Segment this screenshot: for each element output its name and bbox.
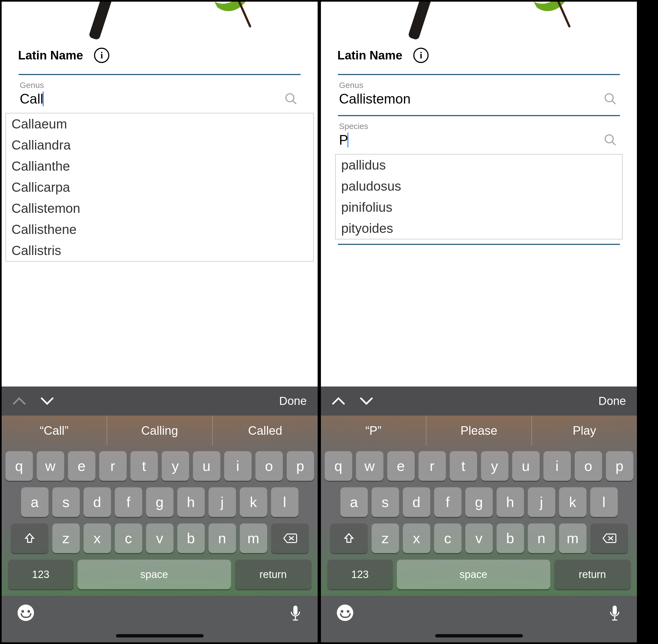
- key-v[interactable]: v: [466, 524, 493, 553]
- key-w[interactable]: w: [37, 451, 64, 481]
- backspace-key[interactable]: [590, 524, 628, 553]
- dropdown-item[interactable]: Callisthene: [6, 219, 313, 240]
- return-key[interactable]: return: [554, 560, 631, 589]
- return-key[interactable]: return: [235, 560, 312, 589]
- key-g[interactable]: g: [146, 487, 174, 517]
- info-icon[interactable]: i: [413, 48, 429, 63]
- key-i[interactable]: i: [224, 451, 252, 481]
- key-r[interactable]: r: [418, 451, 446, 481]
- key-u[interactable]: u: [193, 451, 220, 481]
- key-d[interactable]: d: [403, 487, 430, 517]
- backspace-key[interactable]: [271, 524, 309, 553]
- dropdown-item[interactable]: Callianthe: [6, 156, 313, 177]
- key-z[interactable]: z: [371, 524, 399, 553]
- key-p[interactable]: p: [606, 451, 633, 481]
- home-indicator[interactable]: [116, 634, 204, 638]
- home-indicator[interactable]: [435, 634, 523, 638]
- key-h[interactable]: h: [497, 487, 524, 517]
- key-b[interactable]: b: [177, 524, 205, 553]
- dropdown-item[interactable]: pinifolius: [336, 197, 622, 218]
- info-icon[interactable]: i: [94, 48, 109, 63]
- numeric-key[interactable]: 123: [8, 560, 74, 589]
- key-t[interactable]: t: [450, 451, 477, 481]
- key-e[interactable]: e: [387, 451, 415, 481]
- dropdown-item[interactable]: pityoides: [336, 218, 622, 239]
- key-m[interactable]: m: [559, 524, 587, 553]
- space-key[interactable]: space: [397, 560, 550, 589]
- key-o[interactable]: o: [255, 451, 283, 481]
- done-button[interactable]: Done: [598, 394, 626, 408]
- dropdown-item[interactable]: Calliandra: [6, 135, 313, 156]
- mic-icon[interactable]: [289, 604, 302, 622]
- key-f[interactable]: f: [434, 487, 461, 517]
- key-y[interactable]: y: [162, 451, 189, 481]
- dropdown-item[interactable]: pallidus: [336, 155, 622, 176]
- key-a[interactable]: a: [340, 487, 368, 517]
- key-r[interactable]: r: [99, 451, 127, 481]
- prediction[interactable]: Please: [426, 416, 532, 446]
- key-w[interactable]: w: [356, 451, 383, 481]
- key-n[interactable]: n: [528, 524, 555, 553]
- key-l[interactable]: l: [590, 487, 618, 517]
- species-input[interactable]: P: [339, 132, 348, 148]
- search-icon[interactable]: [604, 133, 617, 147]
- key-j[interactable]: j: [528, 487, 555, 517]
- chevron-up-icon[interactable]: [332, 396, 345, 406]
- key-s[interactable]: s: [52, 487, 80, 517]
- key-v[interactable]: v: [146, 524, 174, 553]
- chevron-up-icon[interactable]: [13, 396, 26, 406]
- shift-key[interactable]: [330, 524, 368, 553]
- key-n[interactable]: n: [208, 524, 236, 553]
- prediction[interactable]: Calling: [107, 416, 213, 446]
- emoji-icon[interactable]: [18, 604, 34, 621]
- prediction[interactable]: “P”: [321, 416, 426, 446]
- key-a[interactable]: a: [21, 487, 48, 517]
- done-button[interactable]: Done: [279, 394, 307, 408]
- dropdown-item[interactable]: Callistris: [6, 240, 313, 261]
- key-y[interactable]: y: [481, 451, 508, 481]
- prediction[interactable]: “Call”: [2, 416, 107, 446]
- key-g[interactable]: g: [466, 487, 493, 517]
- key-z[interactable]: z: [52, 524, 80, 553]
- dropdown-item[interactable]: Callistemon: [6, 198, 313, 219]
- key-p[interactable]: p: [287, 451, 314, 481]
- emoji-icon[interactable]: [337, 604, 353, 621]
- search-icon[interactable]: [284, 92, 298, 106]
- search-icon[interactable]: [604, 92, 617, 106]
- key-u[interactable]: u: [512, 451, 540, 481]
- dropdown-item[interactable]: paludosus: [336, 176, 622, 197]
- key-x[interactable]: x: [403, 524, 430, 553]
- key-o[interactable]: o: [575, 451, 602, 481]
- chevron-down-icon[interactable]: [41, 396, 54, 406]
- species-field[interactable]: Species P: [338, 115, 620, 154]
- key-b[interactable]: b: [497, 524, 524, 553]
- key-q[interactable]: q: [325, 451, 352, 481]
- dropdown-item[interactable]: Callaeum: [6, 113, 313, 135]
- key-k[interactable]: k: [559, 487, 587, 517]
- key-x[interactable]: x: [84, 524, 111, 553]
- key-j[interactable]: j: [208, 487, 236, 517]
- key-f[interactable]: f: [115, 487, 142, 517]
- chevron-down-icon[interactable]: [360, 396, 373, 406]
- key-c[interactable]: c: [434, 524, 461, 553]
- mic-icon[interactable]: [608, 604, 621, 622]
- key-t[interactable]: t: [131, 451, 158, 481]
- space-key[interactable]: space: [77, 560, 231, 589]
- dropdown-item[interactable]: Callicarpa: [6, 177, 313, 198]
- key-i[interactable]: i: [543, 451, 571, 481]
- key-e[interactable]: e: [68, 451, 95, 481]
- prediction[interactable]: Play: [532, 416, 637, 446]
- key-q[interactable]: q: [5, 451, 33, 481]
- genus-field[interactable]: Genus Call: [19, 74, 301, 113]
- shift-key[interactable]: [11, 524, 48, 553]
- genus-input[interactable]: Call: [20, 91, 43, 107]
- numeric-key[interactable]: 123: [327, 560, 393, 589]
- key-k[interactable]: k: [240, 487, 267, 517]
- key-c[interactable]: c: [115, 524, 142, 553]
- key-d[interactable]: d: [84, 487, 111, 517]
- key-s[interactable]: s: [371, 487, 399, 517]
- key-h[interactable]: h: [177, 487, 205, 517]
- key-l[interactable]: l: [271, 487, 298, 517]
- key-m[interactable]: m: [240, 524, 267, 553]
- prediction[interactable]: Called: [213, 416, 318, 446]
